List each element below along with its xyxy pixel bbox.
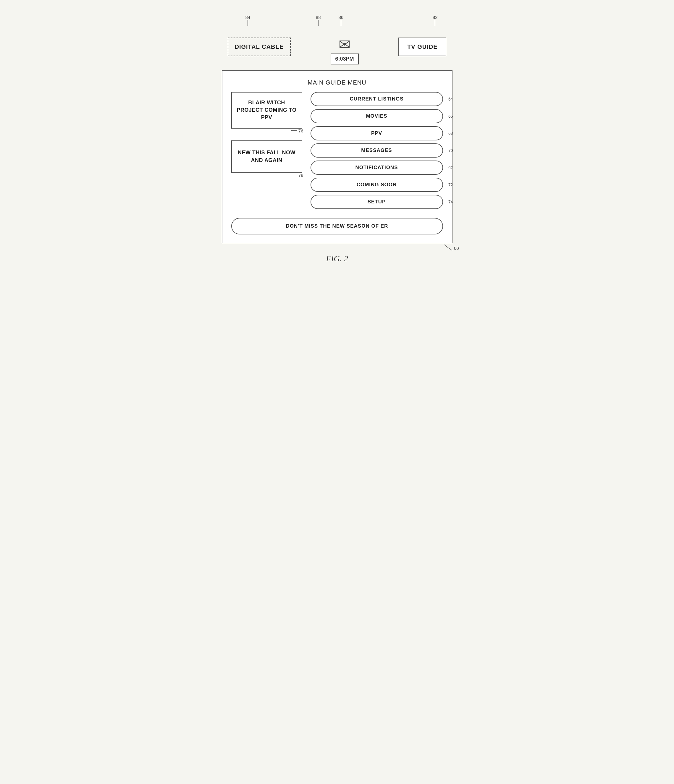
ref-76: 76 [299, 128, 304, 133]
current-listings-wrapper: CURRENT LISTINGS 64 [311, 92, 443, 106]
left-column: BLAIR WITCH PROJECT COMING TO PPV 76 NEW… [231, 92, 302, 209]
blair-witch-text: BLAIR WITCH PROJECT COMING TO PPV [237, 99, 297, 121]
coming-soon-button[interactable]: COMING SOON [311, 178, 443, 192]
ref-72: 72 [448, 182, 453, 187]
digital-cable-label: DIGITAL CABLE [235, 44, 284, 50]
ref-60: 60 [454, 246, 459, 251]
tv-guide-box: TV GUIDE [398, 37, 446, 56]
ref-curve-line [444, 244, 453, 252]
ref-70: 70 [448, 148, 453, 153]
ref-68: 68 [448, 131, 453, 136]
content-area: BLAIR WITCH PROJECT COMING TO PPV 76 NEW… [231, 92, 443, 209]
time-display: 6:03PM [331, 53, 359, 64]
ref-78: 78 [299, 173, 304, 178]
top-center: ✉ 6:03PM [331, 37, 359, 64]
blair-witch-box: BLAIR WITCH PROJECT COMING TO PPV [231, 92, 302, 129]
new-this-fall-text: NEW THIS FALL NOW AND AGAIN [237, 149, 297, 164]
movies-wrapper: MOVIES 66 [311, 109, 443, 123]
tv-guide-label: TV GUIDE [407, 44, 437, 50]
ref-82: 82 [433, 15, 438, 20]
current-listings-button[interactable]: CURRENT LISTINGS [311, 92, 443, 106]
top-row: DIGITAL CABLE ✉ 6:03PM TV GUIDE [222, 29, 453, 64]
ref-64: 64 [448, 96, 453, 101]
page-container: 84 88 86 82 [210, 6, 464, 281]
ref-66: 66 [448, 114, 453, 118]
ref-62: 62 [448, 165, 453, 170]
right-column: CURRENT LISTINGS 64 MOVIES 66 PPV 68 [311, 92, 443, 209]
notifications-button[interactable]: NOTIFICATIONS [311, 160, 443, 175]
bottom-banner-text: DON'T MISS THE NEW SEASON OF ER [286, 223, 388, 229]
digital-cable-box: DIGITAL CABLE [228, 37, 291, 56]
envelope-icon: ✉ [339, 37, 350, 52]
bottom-banner: DON'T MISS THE NEW SEASON OF ER [231, 218, 443, 235]
movies-button[interactable]: MOVIES [311, 109, 443, 123]
new-this-fall-box: NEW THIS FALL NOW AND AGAIN [231, 140, 302, 173]
ref-88: 88 [316, 15, 321, 20]
setup-button[interactable]: SETUP [311, 195, 443, 209]
main-frame: MAIN GUIDE MENU BLAIR WITCH PROJECT COMI… [222, 70, 453, 243]
setup-wrapper: SETUP 74 [311, 195, 443, 209]
main-guide-title: MAIN GUIDE MENU [231, 79, 443, 86]
ppv-wrapper: PPV 68 [311, 126, 443, 140]
new-this-fall-wrapper: NEW THIS FALL NOW AND AGAIN 78 [231, 140, 302, 173]
ppv-button[interactable]: PPV [311, 126, 443, 140]
coming-soon-wrapper: COMING SOON 72 [311, 178, 443, 192]
notifications-wrapper: NOTIFICATIONS 62 [311, 160, 443, 175]
ref-86: 86 [339, 15, 344, 20]
frame-ref-wrapper: 60 [444, 244, 459, 252]
blair-witch-wrapper: BLAIR WITCH PROJECT COMING TO PPV 76 [231, 92, 302, 129]
top-reference-area: 84 88 86 82 [222, 15, 453, 26]
messages-wrapper: MESSAGES 70 [311, 143, 443, 157]
messages-button[interactable]: MESSAGES [311, 143, 443, 157]
figure-caption: FIG. 2 [222, 254, 453, 263]
ref-74: 74 [448, 199, 453, 204]
ref-84: 84 [246, 15, 251, 20]
